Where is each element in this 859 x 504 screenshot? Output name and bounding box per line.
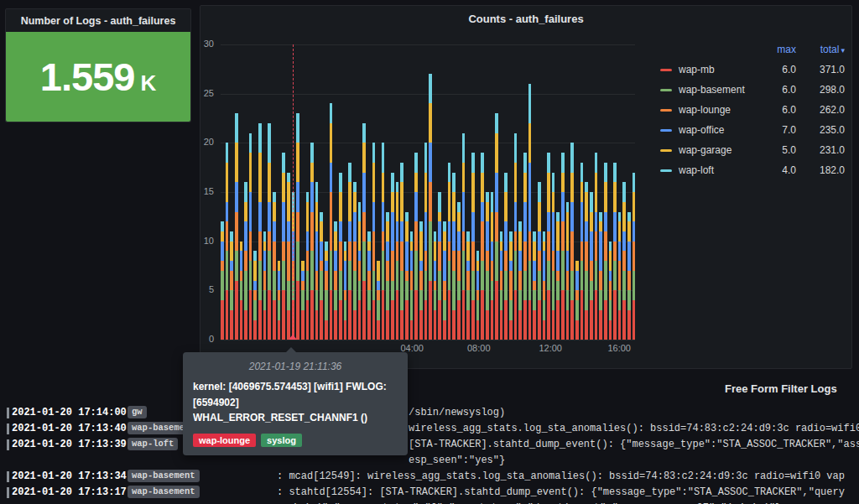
stacked-bar[interactable] — [377, 44, 380, 340]
stacked-bar[interactable] — [466, 44, 470, 340]
stacked-bar[interactable] — [382, 44, 385, 340]
stacked-bar[interactable] — [504, 44, 508, 340]
stacked-bar[interactable] — [396, 44, 399, 340]
stacked-bar[interactable] — [240, 44, 243, 340]
stacked-bar[interactable] — [315, 44, 319, 340]
stacked-bar[interactable] — [518, 44, 522, 340]
legend-row[interactable]: wap-loft4.0182.0 — [660, 160, 845, 180]
legend-series-name[interactable]: wap-loft — [679, 164, 756, 176]
stacked-bar[interactable] — [278, 44, 281, 340]
stacked-bar[interactable] — [580, 44, 584, 340]
stacked-bar[interactable] — [514, 44, 518, 340]
legend-header-max[interactable]: max — [756, 44, 796, 55]
log-row[interactable]: 2021-01-20 17:13:17wap-basement: stahtd[… — [0, 485, 859, 501]
stacked-bar[interactable] — [491, 44, 494, 340]
stacked-bar[interactable] — [633, 44, 636, 340]
log-label-chip[interactable]: wap-loft — [128, 438, 178, 450]
stacked-bar[interactable] — [405, 44, 409, 340]
stacked-bar[interactable] — [457, 44, 461, 340]
stacked-bar[interactable] — [386, 44, 389, 340]
stacked-bar[interactable] — [348, 44, 351, 340]
stacked-bar[interactable] — [258, 44, 262, 340]
log-row[interactable]: 2021-01-20 17:13:39wap-loft[STA-TRACKER]… — [0, 437, 859, 453]
stacked-bar[interactable] — [339, 44, 342, 340]
stacked-bar[interactable] — [552, 44, 555, 340]
stacked-bar[interactable] — [310, 44, 314, 340]
stacked-bar[interactable] — [575, 44, 579, 340]
stacked-bar[interactable] — [244, 44, 247, 340]
legend-row[interactable]: wap-mb6.0371.0 — [660, 60, 845, 80]
stacked-bar[interactable] — [226, 44, 229, 340]
stacked-bar[interactable] — [599, 44, 602, 340]
stacked-bar[interactable] — [528, 44, 532, 340]
stacked-bar[interactable] — [362, 44, 366, 340]
stacked-bar[interactable] — [609, 44, 612, 340]
stacked-bar[interactable] — [452, 44, 456, 340]
stacked-bar[interactable] — [533, 44, 536, 340]
log-row[interactable]: 1.1.1","assoc_status":"0","event_type":"… — [0, 501, 859, 504]
stacked-bar[interactable] — [325, 44, 328, 340]
stacked-bar[interactable] — [543, 44, 546, 340]
stacked-bar[interactable] — [353, 44, 357, 340]
stacked-bar[interactable] — [622, 44, 626, 340]
chart-plot[interactable]: 051015202530 — [221, 44, 635, 340]
chart-panel-title[interactable]: Counts - auth_failures — [200, 13, 851, 25]
stacked-bar[interactable] — [627, 44, 631, 340]
stacked-bar[interactable] — [509, 44, 513, 340]
stacked-bar[interactable] — [306, 44, 310, 340]
stacked-bar[interactable] — [230, 44, 233, 340]
stacked-bar[interactable] — [296, 44, 299, 340]
stacked-bar[interactable] — [419, 44, 423, 340]
stacked-bar[interactable] — [429, 44, 432, 340]
stacked-bar[interactable] — [481, 44, 484, 340]
legend-series-name[interactable]: wap-garage — [679, 144, 756, 156]
stacked-bar[interactable] — [476, 44, 480, 340]
stacked-bar[interactable] — [566, 44, 570, 340]
stacked-bar[interactable] — [486, 44, 489, 340]
stacked-bar[interactable] — [287, 44, 290, 340]
stacked-bar[interactable] — [414, 44, 418, 340]
stacked-bar[interactable] — [358, 44, 362, 340]
legend-series-name[interactable]: wap-mb — [679, 64, 756, 75]
tooltip-tag[interactable]: syslog — [261, 434, 302, 447]
log-label-chip[interactable]: wap-basement — [128, 470, 200, 482]
legend-row[interactable]: wap-basement6.0298.0 — [660, 80, 845, 100]
tooltip-tag[interactable]: wap-lounge — [193, 434, 256, 447]
log-label-chip[interactable]: gw — [128, 406, 147, 418]
stacked-bar[interactable] — [448, 44, 451, 340]
legend-row[interactable]: wap-lounge6.0262.0 — [660, 100, 845, 120]
logs-panel-title[interactable]: Free Form Filter Logs — [725, 382, 837, 395]
stacked-bar[interactable] — [400, 44, 403, 340]
stacked-bar[interactable] — [268, 44, 271, 340]
stacked-bar[interactable] — [471, 44, 475, 340]
stacked-bar[interactable] — [462, 44, 466, 340]
stat-panel-title[interactable]: Number of Logs - auth_failures — [6, 9, 190, 32]
stacked-bar[interactable] — [367, 44, 371, 340]
legend-row[interactable]: wap-garage5.0231.0 — [660, 140, 845, 160]
stacked-bar[interactable] — [391, 44, 394, 340]
stacked-bar[interactable] — [372, 44, 376, 340]
log-row[interactable]: 2021-01-20 17:14:00gw/sbin/newsyslog) — [0, 405, 859, 421]
stacked-bar[interactable] — [282, 44, 285, 340]
stacked-bar[interactable] — [561, 44, 565, 340]
stacked-bar[interactable] — [253, 44, 257, 340]
legend-series-name[interactable]: wap-office — [679, 124, 756, 136]
stacked-bar[interactable] — [273, 44, 276, 340]
stacked-bar[interactable] — [320, 44, 323, 340]
legend-series-name[interactable]: wap-basement — [679, 84, 756, 96]
stacked-bar[interactable] — [500, 44, 503, 340]
log-row[interactable]: esp_seen":"yes"} — [0, 453, 859, 469]
stacked-bar[interactable] — [438, 44, 441, 340]
stacked-bar[interactable] — [410, 44, 414, 340]
stacked-bar[interactable] — [595, 44, 598, 340]
stacked-bar[interactable] — [590, 44, 593, 340]
stacked-bar[interactable] — [334, 44, 337, 340]
stacked-bar[interactable] — [523, 44, 527, 340]
stacked-bar[interactable] — [263, 44, 267, 340]
stacked-bar[interactable] — [249, 44, 252, 340]
log-row[interactable]: 2021-01-20 17:13:40wap-basementwireless_… — [0, 421, 859, 437]
stacked-bar[interactable] — [330, 44, 333, 340]
legend-row[interactable]: wap-office7.0235.0 — [660, 120, 845, 140]
annotation-marker-icon[interactable] — [289, 335, 297, 340]
stacked-bar[interactable] — [434, 44, 437, 340]
